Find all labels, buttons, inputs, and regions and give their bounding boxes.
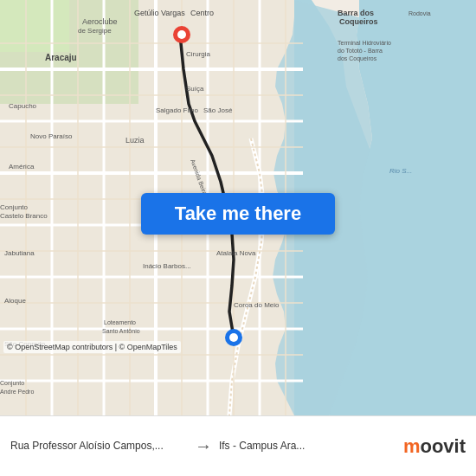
svg-text:Loteamento: Loteamento	[104, 319, 136, 325]
svg-text:do Tototó - Barra: do Tototó - Barra	[338, 48, 383, 54]
svg-text:Luzia: Luzia	[125, 136, 145, 145]
svg-text:América: América	[9, 163, 35, 170]
svg-text:Novo Paraíso: Novo Paraíso	[30, 132, 73, 140]
svg-text:Aeroclube: Aeroclube	[82, 17, 118, 26]
svg-text:Salgado Filho: Salgado Filho	[156, 106, 198, 114]
svg-text:Inácio Barbos...: Inácio Barbos...	[143, 262, 191, 270]
arrow-icon: →	[195, 436, 212, 456]
svg-text:Rio S...: Rio S...	[389, 167, 412, 175]
location-info: Rua Professor Aloísio Campos,... → Ifs -…	[10, 436, 396, 456]
svg-text:Jabutiana: Jabutiana	[4, 249, 35, 257]
take-me-there-button[interactable]: Take me there	[141, 193, 335, 235]
svg-text:Coqueiros: Coqueiros	[339, 17, 378, 26]
cta-button-wrapper: Take me there	[141, 193, 335, 235]
moovit-rest: oovit	[420, 435, 466, 457]
svg-text:Santo Antônio: Santo Antônio	[102, 328, 140, 334]
svg-text:Suíça: Suíça	[186, 85, 204, 93]
svg-text:Aloque: Aloque	[4, 297, 26, 305]
svg-text:Barra dos: Barra dos	[338, 9, 374, 17]
svg-text:Rodovia: Rodovia	[408, 10, 431, 16]
svg-text:Coroa do Meio: Coroa do Meio	[234, 301, 280, 309]
location-from: Rua Professor Aloísio Campos,...	[10, 440, 188, 453]
svg-point-31	[177, 30, 186, 39]
svg-text:de Sergipe: de Sergipe	[78, 27, 112, 35]
map-attribution: © OpenStreetMap contributors | © OpenMap…	[3, 341, 181, 353]
svg-text:Andre Pedro: Andre Pedro	[0, 389, 34, 395]
svg-text:Atalaia Nova: Atalaia Nova	[216, 249, 256, 257]
svg-text:dos Coqueiros: dos Coqueiros	[338, 55, 377, 62]
svg-text:Getúlio Vargas: Getúlio Vargas	[134, 9, 185, 17]
svg-text:Castelo Branco: Castelo Branco	[0, 212, 48, 220]
svg-text:Aracaju: Aracaju	[45, 53, 77, 62]
map-container: Aeroclube de Sergipe Aracaju Capucho Nov…	[0, 0, 476, 415]
svg-text:Conjunto: Conjunto	[0, 380, 24, 387]
location-to: Ifs - Campus Ara...	[219, 440, 396, 453]
svg-text:Capucho: Capucho	[9, 102, 37, 110]
svg-point-33	[229, 333, 238, 342]
moovit-text: m	[403, 435, 421, 457]
svg-text:Centro: Centro	[190, 9, 214, 17]
svg-rect-4	[0, 0, 69, 52]
svg-text:Cirurgia: Cirurgia	[186, 50, 211, 58]
bottom-bar: Rua Professor Aloísio Campos,... → Ifs -…	[0, 415, 476, 476]
svg-text:São José: São José	[203, 106, 233, 114]
svg-text:Conjunto: Conjunto	[0, 203, 29, 211]
moovit-logo: moovit	[403, 435, 466, 458]
svg-text:Terminal Hidroviário: Terminal Hidroviário	[338, 40, 391, 46]
